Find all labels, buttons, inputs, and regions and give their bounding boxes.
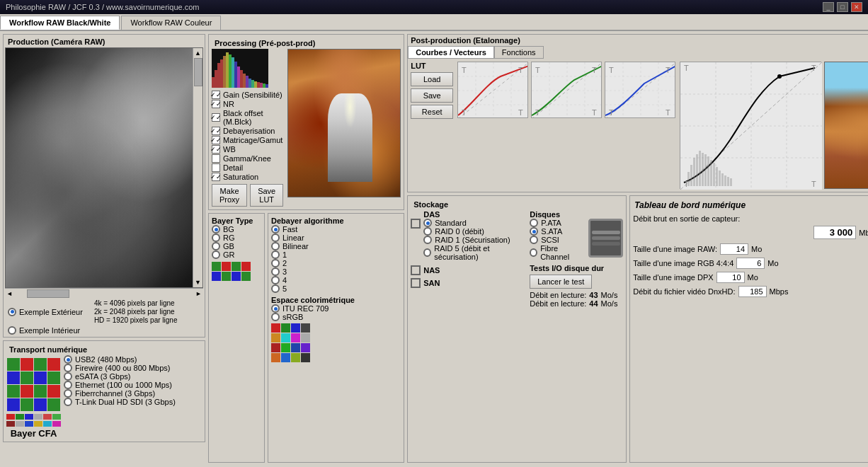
- debayer-3[interactable]: 3: [271, 267, 401, 276]
- debayer-5[interactable]: 5: [271, 284, 401, 293]
- nas-checkbox[interactable]: [411, 265, 421, 275]
- curve-thumb-green[interactable]: T T T T: [531, 62, 602, 118]
- vertical-scrollbar[interactable]: ▲ ▼: [193, 48, 202, 287]
- close-btn[interactable]: ✕: [851, 2, 862, 12]
- transport-fiber[interactable]: Fiberrchannel (3 Gbps): [64, 389, 202, 398]
- post-prod-photo: [824, 62, 868, 189]
- bayer-g3: [21, 371, 33, 384]
- itu-rec709[interactable]: ITU REC 709: [271, 304, 401, 313]
- make-proxy-btn[interactable]: Make Proxy: [212, 184, 247, 207]
- minimize-btn[interactable]: _: [823, 2, 834, 12]
- main-curve-display[interactable]: T T T T: [680, 62, 821, 189]
- bayer-b1: [7, 371, 20, 384]
- cb-nr-box[interactable]: ✓: [212, 100, 220, 108]
- tab-courbes[interactable]: Courbes / Vecteurs: [408, 46, 494, 59]
- das-raid1[interactable]: RAID 1 (Sécurisation): [423, 236, 524, 244]
- scrollbar-thumb-h[interactable]: [27, 289, 69, 298]
- svg-rect-12: [246, 76, 249, 88]
- svg-rect-19: [265, 84, 268, 88]
- cb-wb[interactable]: ✓ WB: [212, 145, 283, 154]
- cb-gain-box[interactable]: ✓: [212, 91, 220, 99]
- svg-rect-75: [719, 171, 721, 186]
- res-4k: 4k = 4096 pixels par ligne: [94, 299, 178, 307]
- production-panel: Production (Caméra RAW) ▲ ▼ ◄ ►: [3, 34, 205, 338]
- cb-gamma[interactable]: Gamma/Knee: [212, 154, 283, 163]
- lut-save-btn[interactable]: Save: [411, 88, 453, 103]
- cb-blackoffset[interactable]: ✓ Black offset (M.Blck): [212, 109, 283, 126]
- pata-option[interactable]: P.ATA: [530, 219, 583, 227]
- das-raid5[interactable]: RAID 5 (débit et sécurisation): [423, 244, 524, 261]
- radio-tlink: [64, 398, 72, 406]
- lancer-test-btn[interactable]: Lancer le test: [530, 275, 592, 289]
- proc-buttons: Make Proxy Save LUT: [212, 184, 283, 207]
- cb-debayer-box[interactable]: ✓: [212, 127, 220, 135]
- bayer-gr[interactable]: GR: [212, 250, 261, 259]
- transport-usb2[interactable]: USB2 (480 Mbps): [64, 355, 202, 364]
- bayer-gb[interactable]: GB: [212, 242, 261, 250]
- debayer-3-dot: [271, 267, 280, 276]
- debayer-title: Debayer algorithme: [271, 217, 401, 225]
- taille-dpx-row: Taille d'une image DPX 10 Mo: [633, 272, 868, 283]
- cb-saturation-box[interactable]: ✓: [212, 173, 220, 181]
- transport-firewire[interactable]: Firewire (400 ou 800 Mbps): [64, 364, 202, 372]
- sata-option[interactable]: S.ATA: [530, 227, 583, 236]
- tab-bw[interactable]: Workflow RAW Black/White: [0, 16, 120, 30]
- tests-title: Tests I/O disque dur: [530, 264, 623, 272]
- transport-esata[interactable]: eSATA (3 Gbps): [64, 372, 202, 381]
- fc-option[interactable]: Fibre Channel: [530, 244, 583, 261]
- das-checkbox[interactable]: [411, 219, 421, 229]
- cb-debayer[interactable]: ✓ Debayerisation: [212, 127, 283, 135]
- cb-matricage[interactable]: ✓ Matricage/Gamut: [212, 136, 283, 144]
- bayer-bg[interactable]: BG: [212, 225, 261, 233]
- bayer-g4: [47, 371, 60, 384]
- tab-fonctions[interactable]: Fonctions: [494, 46, 544, 59]
- transport-ethernet[interactable]: Ethernet (100 ou 1000 Mps): [64, 381, 202, 389]
- das-raid0[interactable]: RAID 0 (débit): [423, 227, 524, 236]
- lut-load-btn[interactable]: Load: [411, 72, 453, 86]
- svg-rect-76: [721, 173, 724, 186]
- san-checkbox[interactable]: [411, 278, 421, 288]
- bayer-g2: [34, 358, 47, 371]
- scrollbar-thumb-v[interactable]: [194, 58, 202, 86]
- bayer-bg-label: BG: [223, 225, 234, 233]
- radio-exterieur[interactable]: Exemple Extérieur: [8, 299, 83, 324]
- debayer-4[interactable]: 4: [271, 276, 401, 284]
- cb-wb-box[interactable]: ✓: [212, 145, 220, 154]
- das-standard[interactable]: Standard: [423, 219, 524, 227]
- scsi-option[interactable]: SCSI: [530, 236, 583, 244]
- taille-raw-unit: Mo: [751, 245, 762, 253]
- das-raid1-label: RAID 1 (Sécurisation): [435, 236, 510, 244]
- curve-thumb-blue[interactable]: T T T T: [605, 62, 675, 118]
- bayer-r2: [47, 358, 60, 371]
- curve-thumb-red[interactable]: T T T T: [457, 62, 528, 118]
- save-lut-btn[interactable]: Save LUT: [250, 184, 283, 207]
- cb-gain[interactable]: ✓ Gain (Sensibilité): [212, 91, 283, 99]
- cb-nr[interactable]: ✓ NR: [212, 100, 283, 108]
- taille-dpx-label: Taille d'une image DPX: [633, 273, 713, 282]
- debayer-linear[interactable]: Linear: [271, 233, 401, 242]
- cb-matricage-label: Matricage/Gamut: [223, 136, 282, 144]
- das-raid5-dot: [423, 248, 431, 257]
- transport-tlink[interactable]: T-Link Dual HD SDI (3 Gbps): [64, 398, 202, 406]
- cb-detail-box[interactable]: [212, 163, 220, 172]
- debayer-2[interactable]: 2: [271, 259, 401, 267]
- cb-blackoffset-box[interactable]: ✓: [212, 113, 220, 122]
- debayer-1[interactable]: 1: [271, 250, 401, 259]
- maximize-btn[interactable]: □: [837, 2, 848, 12]
- bayer-rg[interactable]: RG: [212, 233, 261, 242]
- cb-gamma-box[interactable]: [212, 154, 220, 163]
- debayer-bilinear[interactable]: Bilinear: [271, 242, 401, 250]
- srgb[interactable]: sRGB: [271, 313, 401, 321]
- horizontal-scrollbar[interactable]: ◄ ►: [5, 288, 203, 298]
- fc-dot: [530, 248, 537, 257]
- debit-brut-row: Débit brut en sortie de capteur:: [633, 214, 868, 223]
- cb-detail[interactable]: Detail: [212, 163, 283, 172]
- svg-text:T: T: [811, 180, 816, 188]
- lut-reset-btn[interactable]: Reset: [411, 105, 453, 119]
- cb-saturation[interactable]: ✓ Saturation: [212, 173, 283, 181]
- debayer-bilinear-label: Bilinear: [282, 242, 309, 250]
- cb-matricage-box[interactable]: ✓: [212, 136, 220, 144]
- radio-interieur[interactable]: Exemple Intérieur: [5, 325, 203, 335]
- debayer-fast[interactable]: Fast: [271, 225, 401, 233]
- tab-color[interactable]: Workflow RAW Couleur: [121, 16, 221, 30]
